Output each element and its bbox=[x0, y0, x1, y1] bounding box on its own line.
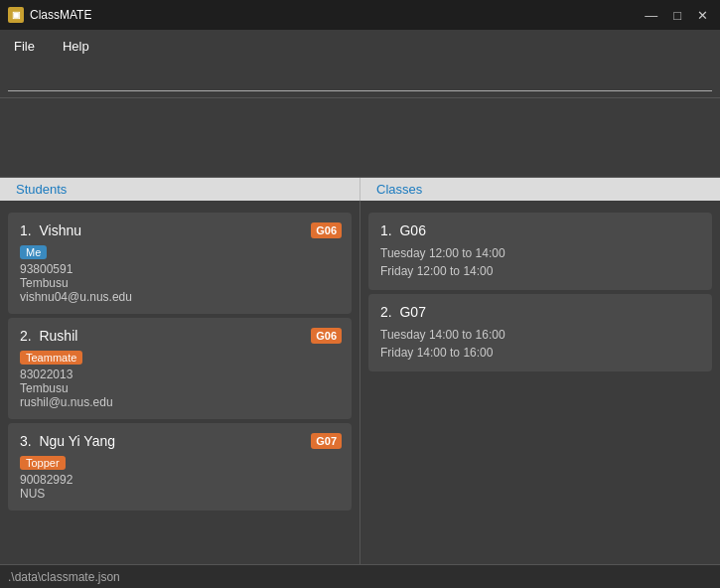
class-schedule-1: Friday 14:00 to 16:00 bbox=[380, 344, 700, 362]
maximize-button[interactable]: □ bbox=[669, 9, 685, 22]
student-classtag-1: G06 bbox=[311, 328, 342, 344]
output-area bbox=[0, 98, 720, 178]
student-address-2: NUS bbox=[20, 487, 340, 501]
class-name-0: 1. G06 bbox=[380, 222, 700, 238]
student-phone-1: 83022013 bbox=[20, 368, 340, 381]
title-bar: ▣ ClassMATE — □ ✕ bbox=[0, 0, 720, 30]
student-classtag-0: G06 bbox=[311, 222, 342, 238]
minimize-button[interactable]: — bbox=[641, 9, 661, 22]
menu-file[interactable]: File bbox=[8, 35, 41, 58]
student-badge-0: Me bbox=[20, 245, 47, 259]
command-area bbox=[0, 62, 720, 98]
status-text: .\data\classmate.json bbox=[8, 570, 120, 584]
main-content: 1. Vishnu Me 93800591 Tembusu vishnu04@u… bbox=[0, 201, 720, 564]
window-controls: — □ ✕ bbox=[641, 9, 712, 22]
title-bar-left: ▣ ClassMATE bbox=[8, 7, 91, 23]
section-headers: Students Classes bbox=[0, 178, 720, 201]
student-card-0[interactable]: 1. Vishnu Me 93800591 Tembusu vishnu04@u… bbox=[8, 213, 352, 314]
student-address-1: Tembusu bbox=[20, 381, 340, 395]
student-classtag-2: G07 bbox=[311, 433, 342, 449]
close-button[interactable]: ✕ bbox=[693, 9, 712, 22]
student-address-0: Tembusu bbox=[20, 276, 340, 290]
student-card-1[interactable]: 2. Rushil Teammate 83022013 Tembusu rush… bbox=[8, 318, 352, 419]
student-phone-2: 90082992 bbox=[20, 473, 340, 487]
command-input[interactable] bbox=[8, 68, 712, 91]
class-card-1[interactable]: 2. G07 Tuesday 14:00 to 16:00Friday 14:0… bbox=[368, 294, 712, 371]
student-email-0: vishnu04@u.nus.edu bbox=[20, 290, 340, 304]
student-badge-1: Teammate bbox=[20, 351, 82, 365]
student-email-1: rushil@u.nus.edu bbox=[20, 395, 340, 409]
classes-panel[interactable]: 1. G06 Tuesday 12:00 to 14:00Friday 12:0… bbox=[360, 201, 720, 564]
students-panel[interactable]: 1. Vishnu Me 93800591 Tembusu vishnu04@u… bbox=[0, 201, 360, 564]
classes-header: Classes bbox=[360, 178, 720, 201]
class-card-0[interactable]: 1. G06 Tuesday 12:00 to 14:00Friday 12:0… bbox=[368, 213, 712, 290]
students-header: Students bbox=[0, 178, 360, 201]
menu-bar: File Help bbox=[0, 30, 720, 62]
app-icon: ▣ bbox=[8, 7, 24, 23]
class-schedule-0: Friday 12:00 to 14:00 bbox=[380, 262, 700, 280]
student-name-2: 3. Ngu Yi Yang bbox=[20, 433, 340, 449]
student-badge-2: Topper bbox=[20, 456, 66, 470]
app-title: ClassMATE bbox=[30, 8, 91, 22]
status-bar: .\data\classmate.json bbox=[0, 564, 720, 588]
student-phone-0: 93800591 bbox=[20, 262, 340, 276]
class-schedule-1: Tuesday 14:00 to 16:00 bbox=[380, 326, 700, 344]
class-schedule-0: Tuesday 12:00 to 14:00 bbox=[380, 244, 700, 262]
student-name-0: 1. Vishnu bbox=[20, 222, 340, 238]
class-name-1: 2. G07 bbox=[380, 304, 700, 320]
student-card-2[interactable]: 3. Ngu Yi Yang Topper 90082992 NUS G07 bbox=[8, 423, 352, 511]
student-name-1: 2. Rushil bbox=[20, 328, 340, 344]
menu-help[interactable]: Help bbox=[57, 35, 95, 58]
